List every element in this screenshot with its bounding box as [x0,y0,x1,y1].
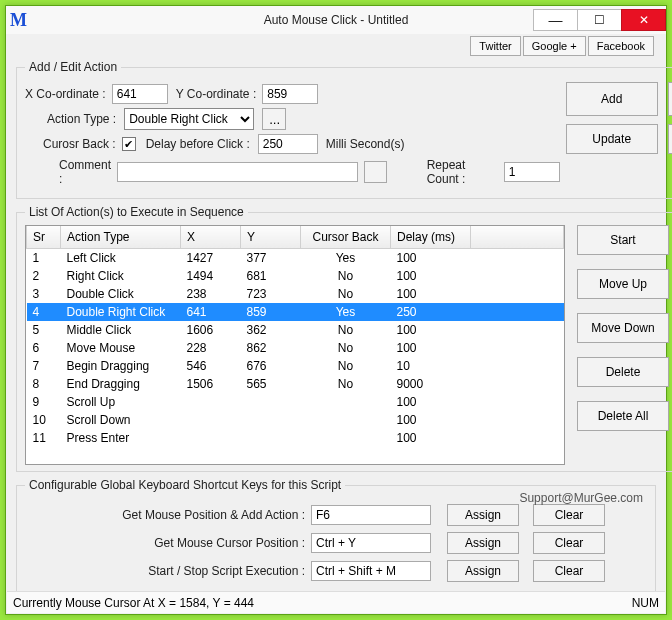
cell-x [181,393,241,411]
cell-type: Double Click [61,285,181,303]
cell-delay: 250 [391,303,471,321]
cell-cb: No [301,321,391,339]
col-x[interactable]: X [181,226,241,248]
table-row[interactable]: 4Double Right Click641859Yes250 [27,303,564,321]
app-window: M Auto Mouse Click - Untitled — ☐ ✕ Twit… [5,5,667,615]
facebook-button[interactable]: Facebook [588,36,654,56]
cell-type: Move Mouse [61,339,181,357]
table-row[interactable]: 3Double Click238723No100 [27,285,564,303]
cell-cb: No [301,375,391,393]
move-up-button[interactable]: Move Up [577,269,669,299]
comment-more-button[interactable] [364,161,387,183]
assign-button[interactable]: Assign [447,532,519,554]
table-row[interactable]: 7Begin Dragging546676No10 [27,357,564,375]
add-button[interactable]: Add [566,82,658,116]
load-button[interactable]: Load [668,82,672,116]
shortcut-input[interactable] [311,505,431,525]
cell-y: 681 [241,267,301,285]
shortcut-input[interactable] [311,533,431,553]
cell-x: 238 [181,285,241,303]
x-coord-input[interactable] [112,84,168,104]
col-cursor-back[interactable]: Cursor Back [301,226,391,248]
cell-cb [301,393,391,411]
action-type-select[interactable]: Double Right Click [124,108,254,130]
cell-delay: 9000 [391,375,471,393]
cell-x: 546 [181,357,241,375]
minimize-button[interactable]: — [533,9,578,31]
assign-button[interactable]: Assign [447,560,519,582]
clear-button[interactable]: Clear [533,560,605,582]
save-button[interactable]: Save [668,124,672,154]
table-row[interactable]: 11Press Enter100 [27,429,564,447]
cell-cb [301,411,391,429]
col-type[interactable]: Action Type [61,226,181,248]
action-table[interactable]: Sr Action Type X Y Cursor Back Delay (ms… [25,225,565,465]
cell-y [241,411,301,429]
cell-type: End Dragging [61,375,181,393]
y-coord-input[interactable] [262,84,318,104]
minimize-icon: — [549,12,563,28]
cell-delay: 100 [391,429,471,447]
cell-cb: Yes [301,248,391,267]
support-email[interactable]: Support@MurGee.com [519,491,643,505]
cell-y [241,393,301,411]
update-button[interactable]: Update [566,124,658,154]
cell-y: 859 [241,303,301,321]
cell-delay: 100 [391,285,471,303]
add-edit-legend: Add / Edit Action [25,60,121,74]
cell-cb: No [301,339,391,357]
table-row[interactable]: 10Scroll Down100 [27,411,564,429]
delete-button[interactable]: Delete [577,357,669,387]
close-button[interactable]: ✕ [621,9,666,31]
comment-input[interactable] [117,162,358,182]
cursor-back-checkbox[interactable]: ✔ [122,137,136,151]
twitter-button[interactable]: Twitter [470,36,520,56]
cell-type: Begin Dragging [61,357,181,375]
repeat-count-input[interactable] [504,162,560,182]
action-type-more-button[interactable]: ... [262,108,286,130]
table-row[interactable]: 2Right Click1494681No100 [27,267,564,285]
table-row[interactable]: 9Scroll Up100 [27,393,564,411]
titlebar[interactable]: M Auto Mouse Click - Untitled — ☐ ✕ [6,6,666,34]
shortcut-label: Get Mouse Position & Add Action : [25,508,305,522]
repeat-count-label: Repeat Count : [427,158,498,186]
start-button[interactable]: Start [577,225,669,255]
clear-button[interactable]: Clear [533,532,605,554]
cell-sr: 4 [27,303,61,321]
delay-input[interactable] [258,134,318,154]
googleplus-button[interactable]: Google + [523,36,586,56]
col-delay[interactable]: Delay (ms) [391,226,471,248]
cell-type: Press Enter [61,429,181,447]
table-row[interactable]: 6Move Mouse228862No100 [27,339,564,357]
cell-y: 377 [241,248,301,267]
col-sr[interactable]: Sr [27,226,61,248]
table-row[interactable]: 8End Dragging1506565No9000 [27,375,564,393]
cell-sr: 10 [27,411,61,429]
social-links: Twitter Google + Facebook [470,36,654,56]
cell-type: Scroll Down [61,411,181,429]
cell-type: Middle Click [61,321,181,339]
delay-label: Delay before Click : [146,137,250,151]
clear-button[interactable]: Clear [533,504,605,526]
maximize-button[interactable]: ☐ [577,9,622,31]
col-spacer [471,226,564,248]
table-row[interactable]: 1Left Click1427377Yes100 [27,248,564,267]
cell-delay: 10 [391,357,471,375]
delete-all-button[interactable]: Delete All [577,401,669,431]
col-y[interactable]: Y [241,226,301,248]
maximize-icon: ☐ [594,13,605,27]
table-row[interactable]: 5Middle Click1606362No100 [27,321,564,339]
cell-x: 1427 [181,248,241,267]
move-down-button[interactable]: Move Down [577,313,669,343]
cell-y: 862 [241,339,301,357]
action-list-legend: List Of Action(s) to Execute in Sequence [25,205,248,219]
shortcuts-group: Configurable Global Keyboard Shortcut Ke… [16,478,656,595]
y-coord-label: Y Co-ordinate : [176,87,257,101]
assign-button[interactable]: Assign [447,504,519,526]
numlock-indicator: NUM [632,596,659,610]
shortcut-input[interactable] [311,561,431,581]
shortcut-label: Start / Stop Script Execution : [25,564,305,578]
cell-sr: 5 [27,321,61,339]
shortcut-row: Start / Stop Script Execution :AssignCle… [25,560,647,582]
close-icon: ✕ [639,13,649,27]
